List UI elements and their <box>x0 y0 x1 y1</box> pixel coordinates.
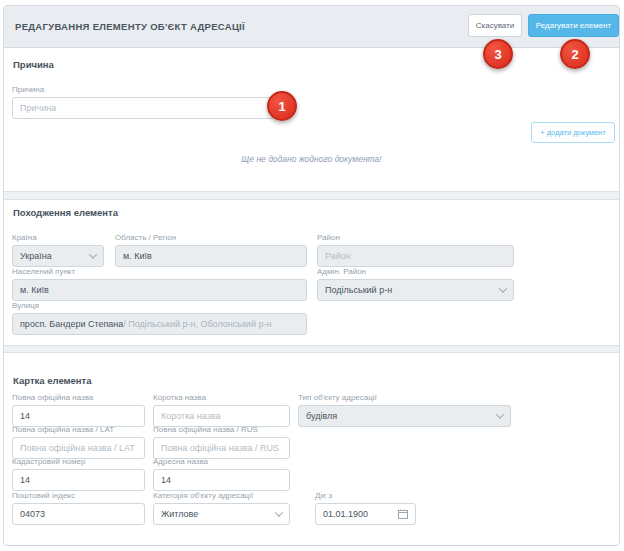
no-documents-message: Ще не додано жодного документа! <box>4 154 619 164</box>
full-name-lat-input[interactable] <box>12 437 145 459</box>
address-name-input[interactable] <box>153 469 290 491</box>
valid-from-date-input[interactable]: 01.01.1900 <box>315 503 416 525</box>
origin-section-heading: Походження елемента <box>13 207 118 218</box>
page-title: РЕДАГУВАННЯ ЕЛЕМЕНТУ ОБ'ЄКТ АДРЕСАЦІЇ <box>15 6 245 48</box>
country-value: Україна <box>20 251 52 261</box>
district-input: Район <box>317 245 514 267</box>
short-name-label: Коротка назва <box>153 393 290 403</box>
district-field: Район Район <box>317 233 514 267</box>
annotation-step-2-badge: 2 <box>560 39 590 69</box>
add-document-button[interactable]: + додати документ <box>531 122 615 143</box>
full-name-lat-label: Повна офіційна назва / LAT <box>12 425 145 435</box>
reason-label: Причина <box>12 85 274 95</box>
region-label: Область / Регіон <box>115 233 307 243</box>
object-type-label: Тип об'єкту адресації <box>298 393 511 403</box>
postal-code-input[interactable] <box>12 503 145 525</box>
edit-address-object-page: РЕДАГУВАННЯ ЕЛЕМЕНТУ ОБ'ЄКТ АДРЕСАЦІЇ Ск… <box>0 0 624 551</box>
admin-district-field: Адмін. Район Подільський р-н <box>317 267 514 301</box>
settlement-label: Населений пункт <box>12 267 307 277</box>
calendar-icon <box>398 509 408 519</box>
cancel-button[interactable]: Скасувати <box>468 14 522 37</box>
full-name-rus-label: Повна офіційна назва / RUS <box>153 425 290 435</box>
street-field: Вулиця просп. Бандери Степана / Подільсь… <box>12 301 307 335</box>
full-official-name-field: Повна офіційна назва <box>12 393 145 427</box>
street-label: Вулиця <box>12 301 307 311</box>
short-name-field: Коротка назва <box>153 393 290 427</box>
street-value: просп. Бандери Степана <box>20 319 123 329</box>
street-input: просп. Бандери Степана / Подільський р-н… <box>12 313 307 335</box>
admin-district-value: Подільський р-н <box>325 285 392 295</box>
reason-section-heading: Причина <box>13 59 54 70</box>
valid-from-field: Діє з 01.01.1900 <box>315 491 416 525</box>
address-name-label: Адресна назва <box>153 457 290 467</box>
cadastral-number-field: Кадастровий номер <box>12 457 145 491</box>
settlement-input: м. Київ <box>12 279 307 301</box>
street-value-secondary: / Подільський р-н, Оболонський р-н <box>123 319 271 329</box>
short-name-input[interactable] <box>153 405 290 427</box>
chevron-down-icon <box>275 508 283 516</box>
edit-address-object-panel: РЕДАГУВАННЯ ЕЛЕМЕНТУ ОБ'ЄКТ АДРЕСАЦІЇ Ск… <box>3 5 620 546</box>
chevron-down-icon <box>499 284 507 292</box>
full-name-lat-field: Повна офіційна назва / LAT <box>12 425 145 459</box>
country-field: Країна Україна <box>12 233 104 267</box>
admin-district-label: Адмін. Район <box>317 267 514 277</box>
reason-field: Причина <box>12 85 274 119</box>
postal-code-label: Поштовий індекс <box>12 491 145 501</box>
admin-district-select: Подільський р-н <box>317 279 514 301</box>
reason-input[interactable] <box>12 97 274 119</box>
valid-from-value: 01.01.1900 <box>323 509 368 519</box>
full-official-name-label: Повна офіційна назва <box>12 393 145 403</box>
region-input: м. Київ <box>115 245 307 267</box>
full-name-rus-field: Повна офіційна назва / RUS <box>153 425 290 459</box>
district-placeholder: Район <box>325 251 351 261</box>
country-label: Країна <box>12 233 104 243</box>
edit-element-button[interactable]: Редагувати елемент <box>528 14 619 37</box>
object-category-label: Категорія об'єкту адресації <box>153 491 290 501</box>
full-official-name-input[interactable] <box>12 405 145 427</box>
country-select: Україна <box>12 245 104 267</box>
region-value: м. Київ <box>123 251 152 261</box>
address-name-field: Адресна назва <box>153 457 290 491</box>
panel-header: РЕДАГУВАННЯ ЕЛЕМЕНТУ ОБ'ЄКТ АДРЕСАЦІЇ Ск… <box>4 6 619 48</box>
object-type-select: будівля <box>298 405 511 427</box>
full-name-rus-input[interactable] <box>153 437 290 459</box>
postal-code-field: Поштовий індекс <box>12 491 145 525</box>
object-category-select[interactable]: Житлове <box>153 503 290 525</box>
object-category-value: Житлове <box>161 509 198 519</box>
region-field: Область / Регіон м. Київ <box>115 233 307 267</box>
cadastral-number-input[interactable] <box>12 469 145 491</box>
chevron-down-icon <box>496 410 504 418</box>
district-label: Район <box>317 233 514 243</box>
annotation-step-1-badge: 1 <box>267 91 297 121</box>
object-category-field: Категорія об'єкту адресації Житлове <box>153 491 290 525</box>
object-type-field: Тип об'єкту адресації будівля <box>298 393 511 427</box>
valid-from-label: Діє з <box>315 491 416 501</box>
chevron-down-icon <box>89 250 97 258</box>
section-divider <box>4 191 619 200</box>
object-type-value: будівля <box>306 411 337 421</box>
annotation-step-3-badge: 3 <box>483 39 513 69</box>
settlement-field: Населений пункт м. Київ <box>12 267 307 301</box>
settlement-value: м. Київ <box>20 285 49 295</box>
section-divider <box>4 345 619 353</box>
card-section-heading: Картка елемента <box>13 375 92 386</box>
cadastral-number-label: Кадастровий номер <box>12 457 145 467</box>
